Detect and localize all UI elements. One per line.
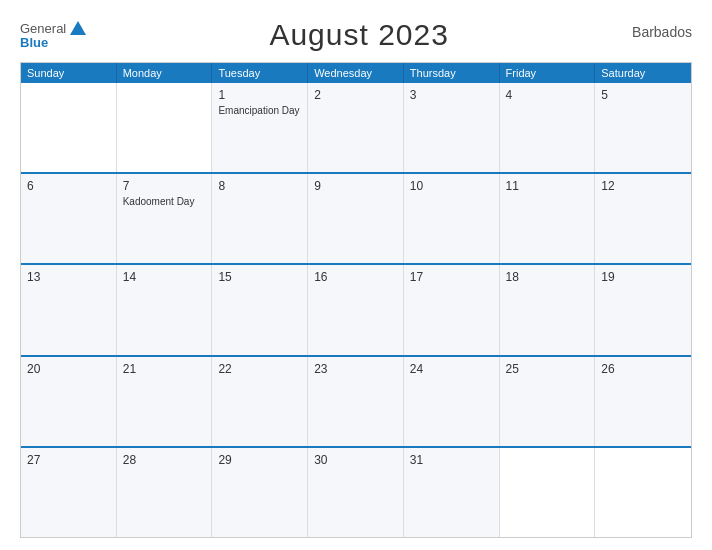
day-number: 24	[410, 362, 493, 376]
logo-blue-text: Blue	[20, 36, 48, 49]
calendar-day[interactable]: 13	[21, 265, 117, 354]
day-number: 8	[218, 179, 301, 193]
calendar-day[interactable]: 31	[404, 448, 500, 537]
header-monday: Monday	[117, 63, 213, 83]
calendar-title: August 2023	[269, 18, 448, 52]
day-number: 9	[314, 179, 397, 193]
day-number: 4	[506, 88, 589, 102]
calendar: Sunday Monday Tuesday Wednesday Thursday…	[20, 62, 692, 538]
calendar-day[interactable]: 25	[500, 357, 596, 446]
calendar-day[interactable]: 7Kadooment Day	[117, 174, 213, 263]
day-number: 28	[123, 453, 206, 467]
calendar-week-4: 20212223242526	[21, 357, 691, 448]
calendar-day[interactable]: 18	[500, 265, 596, 354]
day-number: 13	[27, 270, 110, 284]
calendar-day[interactable]: 1Emancipation Day	[212, 83, 308, 172]
calendar-day[interactable]: 8	[212, 174, 308, 263]
calendar-day[interactable]: 5	[595, 83, 691, 172]
calendar-day[interactable]: 14	[117, 265, 213, 354]
calendar-day[interactable]: 28	[117, 448, 213, 537]
calendar-day[interactable]	[21, 83, 117, 172]
calendar-day[interactable]: 3	[404, 83, 500, 172]
calendar-day[interactable]: 17	[404, 265, 500, 354]
calendar-day[interactable]: 19	[595, 265, 691, 354]
day-number: 31	[410, 453, 493, 467]
calendar-day[interactable]: 12	[595, 174, 691, 263]
header: General Blue August 2023 Barbados	[20, 18, 692, 52]
calendar-day[interactable]: 21	[117, 357, 213, 446]
day-number: 19	[601, 270, 685, 284]
header-thursday: Thursday	[404, 63, 500, 83]
header-friday: Friday	[500, 63, 596, 83]
day-number: 3	[410, 88, 493, 102]
calendar-day[interactable]: 4	[500, 83, 596, 172]
calendar-day[interactable]: 26	[595, 357, 691, 446]
calendar-day[interactable]	[500, 448, 596, 537]
calendar-day[interactable]: 6	[21, 174, 117, 263]
calendar-day[interactable]	[595, 448, 691, 537]
day-number: 27	[27, 453, 110, 467]
day-number: 12	[601, 179, 685, 193]
calendar-week-5: 2728293031	[21, 448, 691, 537]
day-number: 11	[506, 179, 589, 193]
header-saturday: Saturday	[595, 63, 691, 83]
calendar-day[interactable]: 2	[308, 83, 404, 172]
day-number: 23	[314, 362, 397, 376]
day-number: 25	[506, 362, 589, 376]
day-number: 20	[27, 362, 110, 376]
calendar-day[interactable]: 20	[21, 357, 117, 446]
header-tuesday: Tuesday	[212, 63, 308, 83]
header-wednesday: Wednesday	[308, 63, 404, 83]
day-number: 10	[410, 179, 493, 193]
day-event: Emancipation Day	[218, 104, 301, 117]
calendar-day[interactable]: 29	[212, 448, 308, 537]
day-number: 29	[218, 453, 301, 467]
day-number: 6	[27, 179, 110, 193]
day-number: 1	[218, 88, 301, 102]
day-number: 30	[314, 453, 397, 467]
calendar-day[interactable]: 22	[212, 357, 308, 446]
calendar-week-2: 67Kadooment Day89101112	[21, 174, 691, 265]
calendar-day[interactable]: 10	[404, 174, 500, 263]
logo-general-text: General	[20, 22, 66, 35]
day-number: 15	[218, 270, 301, 284]
day-number: 22	[218, 362, 301, 376]
day-number: 16	[314, 270, 397, 284]
calendar-day[interactable]: 30	[308, 448, 404, 537]
calendar-day[interactable]	[117, 83, 213, 172]
country-label: Barbados	[632, 18, 692, 40]
logo-triangle-icon	[70, 21, 86, 35]
day-number: 17	[410, 270, 493, 284]
page: General Blue August 2023 Barbados Sunday…	[0, 0, 712, 550]
day-number: 2	[314, 88, 397, 102]
day-number: 5	[601, 88, 685, 102]
calendar-day[interactable]: 11	[500, 174, 596, 263]
calendar-body: 1Emancipation Day234567Kadooment Day8910…	[21, 83, 691, 537]
calendar-week-3: 13141516171819	[21, 265, 691, 356]
calendar-day[interactable]: 15	[212, 265, 308, 354]
header-sunday: Sunday	[21, 63, 117, 83]
day-number: 21	[123, 362, 206, 376]
calendar-day[interactable]: 27	[21, 448, 117, 537]
calendar-day[interactable]: 16	[308, 265, 404, 354]
calendar-week-1: 1Emancipation Day2345	[21, 83, 691, 174]
day-number: 14	[123, 270, 206, 284]
day-number: 7	[123, 179, 206, 193]
calendar-day[interactable]: 24	[404, 357, 500, 446]
day-number: 18	[506, 270, 589, 284]
calendar-day[interactable]: 9	[308, 174, 404, 263]
day-event: Kadooment Day	[123, 195, 206, 208]
logo: General Blue	[20, 21, 86, 49]
calendar-day[interactable]: 23	[308, 357, 404, 446]
calendar-header: Sunday Monday Tuesday Wednesday Thursday…	[21, 63, 691, 83]
day-number: 26	[601, 362, 685, 376]
